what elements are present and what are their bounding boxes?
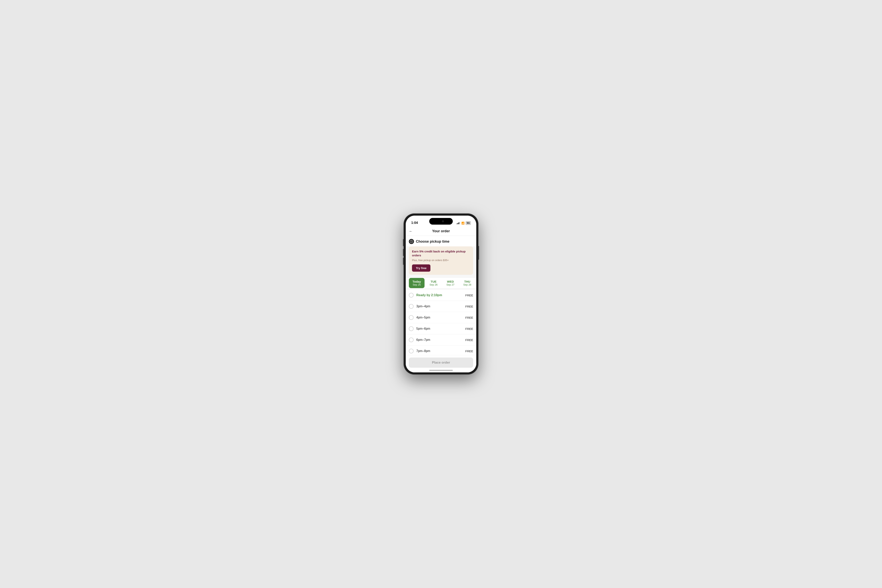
radio-button-2[interactable]: [409, 315, 414, 320]
home-indicator: [429, 370, 453, 371]
section-title: Choose pickup time: [416, 240, 449, 244]
radio-button-5[interactable]: [409, 349, 414, 353]
app-header: ← Your order: [406, 226, 476, 236]
time-slot-0[interactable]: Ready by 2:10pm FREE: [406, 290, 476, 301]
radio-button-0[interactable]: [409, 293, 414, 297]
clock-icon: [409, 239, 414, 244]
time-slot-4[interactable]: 6pm–7pm FREE: [406, 334, 476, 345]
time-slot-2[interactable]: 4pm–5pm FREE: [406, 312, 476, 323]
time-slots-list: Ready by 2:10pm FREE 3pm–4pm FREE 4pm–5p…: [406, 290, 476, 355]
time-slot-price-0: FREE: [465, 294, 473, 297]
date-tab-date-2: Sep 27: [446, 283, 454, 286]
page-title: Your order: [432, 229, 450, 233]
promo-card: Earn 5% credit back on eligible pickup o…: [409, 246, 473, 275]
back-button[interactable]: ←: [409, 229, 413, 233]
date-tab-1[interactable]: TUE Sep 26: [426, 278, 441, 288]
time-slot-time-5: 7pm–8pm: [416, 349, 462, 353]
promo-title: Earn 5% credit back on eligible pickup o…: [412, 249, 470, 257]
date-tab-day-2: WED: [447, 280, 454, 283]
date-tab-day-3: THU: [464, 280, 470, 283]
date-tabs: Today Sep 25 TUE Sep 26 WED Sep 27 THU S…: [406, 278, 476, 288]
time-slot-time-4: 6pm–7pm: [416, 338, 462, 342]
date-tab-3[interactable]: THU Sep 28: [459, 278, 475, 288]
date-tab-0[interactable]: Today Sep 25: [409, 278, 424, 288]
radio-button-3[interactable]: [409, 326, 414, 331]
time-slot-time-1: 3pm–4pm: [416, 304, 462, 308]
battery-icon: 5G: [466, 221, 471, 225]
pickup-section-header: Choose pickup time: [406, 236, 476, 246]
signal-bars-icon: [457, 222, 460, 224]
time-slot-price-4: FREE: [465, 338, 473, 342]
dynamic-island: [429, 218, 453, 225]
camera-dot: [442, 220, 444, 222]
time-slot-time-2: 4pm–5pm: [416, 316, 462, 319]
scroll-area[interactable]: Choose pickup time Earn 5% credit back o…: [406, 236, 476, 355]
time-slot-price-5: FREE: [465, 350, 473, 353]
phone-screen: 1:04 📶 5G ← Your order: [406, 216, 476, 372]
promo-subtitle: Plus, free pickup on orders $35+: [412, 259, 470, 262]
time-slot-time-3: 5pm–6pm: [416, 327, 462, 330]
date-tab-day-1: TUE: [430, 280, 436, 283]
date-tab-date-3: Sep 28: [463, 283, 471, 286]
screen-content: ← Your order Choose pickup time: [406, 226, 476, 372]
status-time: 1:04: [411, 221, 418, 225]
date-tabs-wrapper: Today Sep 25 TUE Sep 26 WED Sep 27 THU S…: [406, 278, 476, 288]
date-tab-day-0: Today: [412, 280, 421, 283]
radio-button-1[interactable]: [409, 304, 414, 309]
time-slot-price-3: FREE: [465, 327, 473, 330]
time-slot-1[interactable]: 3pm–4pm FREE: [406, 301, 476, 312]
radio-button-4[interactable]: [409, 338, 414, 342]
place-order-button[interactable]: Place order: [409, 357, 473, 368]
wifi-icon: 📶: [461, 222, 465, 225]
phone-frame: 1:04 📶 5G ← Your order: [404, 214, 478, 374]
time-slot-price-1: FREE: [465, 305, 473, 308]
date-tab-date-0: Sep 25: [412, 283, 421, 286]
time-slot-5[interactable]: 7pm–8pm FREE: [406, 345, 476, 355]
try-free-button[interactable]: Try free: [412, 264, 430, 272]
date-tab-2[interactable]: WED Sep 27: [442, 278, 458, 288]
status-icons: 📶 5G: [457, 221, 471, 225]
time-slot-price-2: FREE: [465, 316, 473, 319]
date-tab-date-1: Sep 26: [429, 283, 438, 286]
time-slot-time-0: Ready by 2:10pm: [416, 293, 462, 297]
time-slot-3[interactable]: 5pm–6pm FREE: [406, 323, 476, 334]
